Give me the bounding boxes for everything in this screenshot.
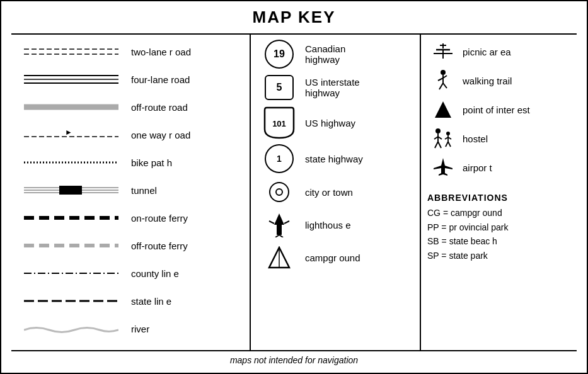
legend-row-campground: campgr ound — [257, 244, 413, 271]
svg-marker-40 — [435, 101, 451, 118]
legend-row-walking-trail: walking trail — [427, 69, 570, 93]
map-key-title: MAP KEY — [11, 8, 577, 27]
symbol-walking-trail — [427, 69, 459, 92]
hostel-svg — [431, 128, 455, 149]
legend-row-one-way: ► one way r oad — [18, 123, 243, 147]
legend-row-city-town: city or town — [257, 178, 413, 206]
symbol-on-route-ferry — [18, 213, 125, 223]
legend-row-lighthouse: lighthous e — [257, 211, 413, 239]
city-town-badge — [269, 182, 289, 202]
legend-row-off-route-ferry: off-route ferry — [18, 234, 243, 258]
symbol-one-way-road: ► — [18, 128, 125, 142]
legend-row-poi: point of inter est — [427, 98, 570, 122]
svg-line-26 — [279, 235, 283, 237]
symbol-us-interstate: 5 — [257, 75, 301, 100]
svg-line-46 — [438, 142, 441, 148]
symbol-us-hwy: 101 — [257, 106, 301, 139]
svg-line-36 — [438, 78, 443, 81]
symbol-poi — [427, 100, 459, 119]
svg-line-25 — [275, 235, 279, 237]
symbol-off-route-road — [18, 101, 125, 113]
label-city-town: city or town — [305, 187, 353, 198]
svg-line-45 — [435, 142, 438, 148]
column-amenities: picnic ar ea — [421, 35, 577, 350]
label-one-way-road: one way r oad — [131, 130, 243, 140]
abbrev-item-0: CG = campgr ound — [427, 206, 570, 220]
svg-line-52 — [448, 142, 451, 147]
svg-line-24 — [284, 221, 289, 224]
symbol-picnic-area — [427, 42, 459, 61]
legend-row-off-route-road: off-route road — [18, 95, 243, 119]
label-lighthouse: lighthous e — [305, 220, 351, 230]
picnic-svg — [431, 42, 455, 61]
label-off-route-ferry: off-route ferry — [131, 241, 243, 251]
label-airport: airpor t — [463, 162, 492, 173]
label-bike-path: bike pat h — [131, 157, 243, 168]
footer-text: maps not intended for navigation — [230, 355, 358, 365]
svg-text:►: ► — [65, 128, 72, 137]
lighthouse-svg — [268, 212, 291, 237]
campground-svg — [268, 246, 291, 269]
us-hwy-shield-svg: 101 — [263, 106, 295, 139]
column-roads: two-lane r oad four-lane road — [11, 35, 251, 350]
svg-marker-22 — [274, 213, 284, 225]
abbrev-title: ABBREVIATIONS — [427, 191, 570, 205]
label-four-lane-road: four-lane road — [131, 74, 243, 85]
legend-row-state-line: state lin e — [18, 289, 243, 313]
abbrev-item-1: PP = pr ovincial park — [427, 220, 570, 234]
legend-row-on-route-ferry: on-route ferry — [18, 206, 243, 230]
symbol-state-line — [18, 296, 125, 306]
label-us-interstate: US interstate highway — [305, 77, 360, 98]
airport-svg — [432, 157, 454, 178]
symbol-campground — [257, 246, 301, 269]
legend-row-tunnel: tunnel — [18, 178, 243, 202]
symbol-city-town — [257, 182, 301, 202]
svg-line-23 — [269, 221, 274, 224]
legend-row-airport: airpor t — [427, 156, 570, 179]
svg-line-39 — [443, 83, 447, 88]
legend-row-four-lane: four-lane road — [18, 67, 243, 91]
svg-point-41 — [435, 128, 441, 133]
label-us-hwy: US highway — [305, 118, 355, 128]
symbol-off-route-ferry — [18, 241, 125, 251]
poi-svg — [434, 100, 452, 119]
map-key-body: two-lane r oad four-lane road — [11, 33, 577, 350]
label-state-line: state lin e — [131, 296, 243, 307]
label-campground: campgr ound — [305, 252, 360, 263]
label-canadian-hwy: Canadian highway — [305, 43, 345, 65]
symbol-hostel — [427, 128, 459, 149]
map-key-container: MAP KEY two-lane r oad — [0, 0, 588, 374]
symbol-river — [18, 322, 125, 335]
label-poi: point of inter est — [463, 105, 530, 115]
svg-point-34 — [441, 70, 446, 75]
legend-row-hostel: hostel — [427, 127, 570, 150]
svg-rect-21 — [277, 225, 282, 235]
svg-text:101: 101 — [272, 119, 286, 128]
legend-row-picnic-area: picnic ar ea — [427, 40, 570, 64]
symbol-canadian-hwy: 19 — [257, 40, 301, 69]
legend-row-bike-path: bike pat h — [18, 150, 243, 174]
label-hostel: hostel — [463, 133, 488, 144]
label-two-lane-road: two-lane r oad — [131, 47, 243, 57]
legend-row-state-hwy: 1 state highway — [257, 144, 413, 173]
us-interstate-badge: 5 — [265, 75, 294, 100]
legend-row-river: river — [18, 317, 243, 341]
label-picnic-area: picnic ar ea — [463, 47, 511, 57]
svg-line-38 — [439, 83, 443, 89]
label-walking-trail: walking trail — [463, 76, 512, 86]
label-off-route-road: off-route road — [131, 102, 243, 113]
canadian-hwy-badge: 19 — [265, 40, 294, 69]
footer: maps not intended for navigation — [11, 350, 577, 366]
abbrev-item-3: SP = state park — [427, 249, 570, 263]
label-on-route-ferry: on-route ferry — [131, 213, 243, 224]
svg-point-47 — [446, 132, 450, 135]
label-river: river — [131, 324, 243, 334]
legend-row-two-lane: two-lane r oad — [18, 40, 243, 64]
abbreviations-section: ABBREVIATIONS CG = campgr ound PP = pr o… — [427, 191, 570, 263]
label-tunnel: tunnel — [131, 185, 243, 196]
legend-row-canadian-hwy: 19 Canadian highway — [257, 40, 413, 69]
svg-line-51 — [446, 142, 448, 147]
label-county-line: county lin e — [131, 268, 243, 279]
symbol-tunnel — [18, 183, 125, 197]
abbrev-item-2: SB = state beac h — [427, 234, 570, 248]
